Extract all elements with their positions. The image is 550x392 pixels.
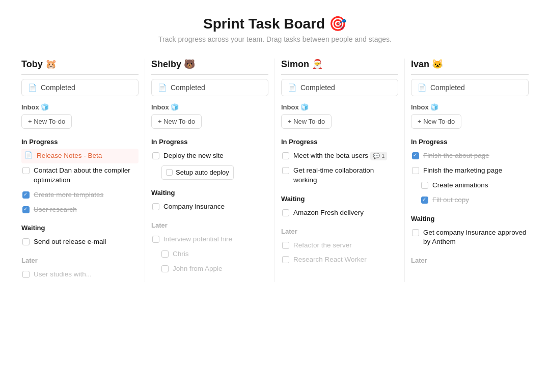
- section-label-toby-later: Later: [21, 257, 139, 264]
- task-checkbox-t4[interactable]: [22, 206, 30, 213]
- section-label-simon-waiting: Waiting: [281, 195, 398, 203]
- person-name-shelby: Shelby 🐻: [151, 59, 268, 75]
- new-todo-btn-ivan[interactable]: + New To-do: [411, 114, 461, 129]
- task-item-s6: John from Apple: [160, 262, 268, 276]
- doc-icon: 📄: [288, 83, 296, 92]
- task-checkbox-i3[interactable]: [421, 182, 428, 189]
- task-doc-icon-t1: 📄: [24, 151, 33, 159]
- task-text-si3: Amazon Fresh delivery: [293, 208, 364, 218]
- column-ivan: Ivan 🐱📄CompletedInbox 🧊+ New To-doIn Pro…: [405, 59, 535, 282]
- task-text-t6: User studies with...: [34, 270, 92, 279]
- section-label-shelby-later: Later: [151, 221, 268, 229]
- task-item-i3: Create animations: [420, 178, 529, 193]
- task-item-s3: Company insurance: [151, 200, 268, 214]
- task-text-si5: Research React Worker: [293, 255, 367, 265]
- task-text-i2: Finish the marketing page: [423, 166, 502, 176]
- task-text-s5: Chris: [173, 249, 189, 259]
- page-title: Sprint Task Board 🎯: [10, 15, 540, 32]
- task-item-t3: Create more templates: [21, 188, 139, 203]
- task-checkbox-t2[interactable]: [22, 167, 30, 174]
- task-checkbox-s5[interactable]: [161, 250, 169, 258]
- task-item-i1: Finish the about page: [411, 149, 529, 163]
- section-label-simon-later: Later: [281, 228, 398, 235]
- sub-task-s2[interactable]: Setup auto deploy: [161, 165, 234, 180]
- column-simon: Simon 🎅📄CompletedInbox 🧊+ New To-doIn Pr…: [275, 59, 405, 282]
- task-item-i2: Finish the marketing page: [411, 163, 529, 178]
- task-text-si4: Refactor the server: [293, 241, 352, 250]
- completed-label: Completed: [171, 83, 205, 92]
- completed-label: Completed: [300, 83, 335, 92]
- task-checkbox-t6[interactable]: [22, 271, 30, 278]
- new-todo-btn-simon[interactable]: + New To-do: [281, 114, 332, 129]
- sub-task-checkbox-s2[interactable]: [166, 169, 173, 176]
- page-header: Sprint Task Board 🎯 Track progress acros…: [0, 0, 550, 53]
- task-text-s2: Setup auto deploy: [176, 168, 229, 177]
- completed-label: Completed: [41, 83, 75, 92]
- task-checkbox-t3[interactable]: [22, 191, 30, 199]
- task-item-i5: Get company insurance approved by Anthem: [411, 226, 529, 250]
- task-item-t6: User studies with...: [21, 267, 139, 282]
- section-label-shelby-in-progress: In Progress: [151, 138, 268, 146]
- completed-box-ivan[interactable]: 📄Completed: [411, 79, 529, 96]
- section-label-ivan-later: Later: [411, 257, 529, 264]
- task-board: Toby 🐹📄CompletedInbox 🧊+ New To-doIn Pro…: [0, 53, 550, 297]
- completed-label: Completed: [430, 83, 465, 92]
- task-item-i4: Fill out copy: [420, 193, 529, 208]
- task-checkbox-t5[interactable]: [22, 238, 30, 245]
- doc-icon: 📄: [418, 83, 426, 92]
- completed-box-shelby[interactable]: 📄Completed: [151, 79, 268, 96]
- task-item-t1: 📄 Release Notes - Beta: [21, 149, 139, 163]
- task-checkbox-si4[interactable]: [282, 242, 289, 249]
- task-item-s5: Chris: [160, 247, 268, 262]
- section-label-ivan-waiting: Waiting: [411, 215, 529, 222]
- task-item-si2: Get real-time collaboration working: [281, 163, 398, 188]
- task-checkbox-si1[interactable]: [282, 152, 289, 159]
- completed-box-simon[interactable]: 📄Completed: [281, 79, 398, 96]
- task-checkbox-s1[interactable]: [152, 152, 159, 159]
- task-item-t2: Contact Dan about the compiler optimizat…: [21, 163, 139, 188]
- task-item-s1: Deploy the new site: [151, 149, 268, 163]
- new-todo-btn-shelby[interactable]: + New To-do: [151, 114, 202, 129]
- task-text-s1: Deploy the new site: [163, 151, 224, 161]
- task-checkbox-si2[interactable]: [282, 167, 289, 174]
- task-checkbox-si5[interactable]: [282, 256, 289, 263]
- person-name-toby: Toby 🐹: [21, 59, 139, 75]
- page-subtitle: Track progress across your team. Drag ta…: [10, 35, 540, 43]
- task-text-t3: Create more templates: [34, 190, 103, 200]
- task-checkbox-i5[interactable]: [412, 229, 419, 236]
- task-item-si1: Meet with the beta users💬 1: [281, 149, 398, 163]
- task-checkbox-s6[interactable]: [161, 265, 169, 272]
- task-text-s3: Company insurance: [163, 202, 225, 212]
- section-label-shelby-waiting: Waiting: [151, 189, 268, 197]
- section-label-toby-in-progress: In Progress: [21, 138, 139, 146]
- inbox-label-shelby: Inbox 🧊: [151, 103, 268, 111]
- task-checkbox-i2[interactable]: [412, 167, 419, 174]
- task-checkbox-s4[interactable]: [152, 236, 159, 243]
- task-checkbox-si3[interactable]: [282, 209, 289, 216]
- person-name-simon: Simon 🎅: [281, 59, 398, 75]
- task-item-si4: Refactor the server: [281, 238, 398, 253]
- inbox-label-toby: Inbox 🧊: [21, 103, 139, 111]
- task-badge-si1: 💬 1: [370, 152, 387, 160]
- task-text-t2: Contact Dan about the compiler optimizat…: [34, 166, 138, 185]
- doc-icon: 📄: [158, 83, 167, 92]
- task-text-i3: Create animations: [432, 181, 488, 190]
- task-item-t5: Send out release e-mail: [21, 235, 139, 249]
- section-label-simon-in-progress: In Progress: [281, 138, 398, 146]
- doc-icon: 📄: [28, 83, 37, 92]
- column-shelby: Shelby 🐻📄CompletedInbox 🧊+ New To-doIn P…: [145, 59, 275, 282]
- column-toby: Toby 🐹📄CompletedInbox 🧊+ New To-doIn Pro…: [15, 59, 145, 282]
- task-text-t1: Release Notes - Beta: [37, 151, 102, 161]
- inbox-label-ivan: Inbox 🧊: [411, 103, 529, 111]
- task-checkbox-i1[interactable]: [412, 152, 419, 159]
- task-text-t4: User research: [34, 205, 77, 215]
- task-text-si2: Get real-time collaboration working: [293, 166, 397, 185]
- task-item-si3: Amazon Fresh delivery: [281, 206, 398, 220]
- task-text-s6: John from Apple: [173, 264, 223, 274]
- task-checkbox-s3[interactable]: [152, 203, 159, 210]
- completed-box-toby[interactable]: 📄Completed: [21, 79, 139, 96]
- task-item-si5: Research React Worker: [281, 253, 398, 267]
- new-todo-btn-toby[interactable]: + New To-do: [21, 114, 72, 129]
- section-label-ivan-in-progress: In Progress: [411, 138, 529, 146]
- task-checkbox-i4[interactable]: [421, 197, 428, 204]
